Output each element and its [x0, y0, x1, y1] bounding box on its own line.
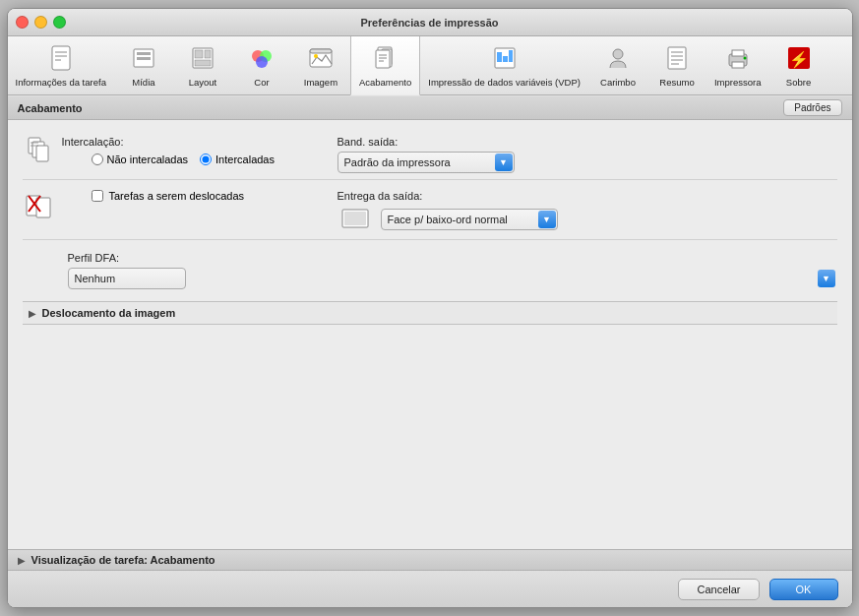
- svg-rect-10: [195, 60, 211, 66]
- section-title: Acabamento: [18, 102, 83, 114]
- svg-text:⚡: ⚡: [789, 50, 809, 69]
- maximize-button[interactable]: [53, 16, 66, 29]
- svg-rect-6: [137, 57, 151, 60]
- tab-printer-label: Impressora: [714, 77, 762, 88]
- tab-about-label: Sobre: [786, 77, 811, 88]
- radio-not-collated-label: Não intercaladas: [107, 154, 189, 165]
- svg-rect-5: [137, 52, 151, 55]
- tab-summary[interactable]: Resumo: [647, 36, 706, 94]
- output-delivery-select[interactable]: Face p/ baixo-ord normal: [381, 209, 558, 230]
- tab-finishing-icon: [372, 44, 399, 75]
- main-content: Intercalação: Não intercaladas Intercala…: [8, 120, 852, 570]
- offset-left: Tarefas a serem deslocadas: [23, 190, 298, 233]
- tab-layout-icon: [189, 44, 216, 75]
- svg-rect-35: [732, 62, 744, 68]
- dfa-profile-section: Perfil DFA: Nenhum ▼: [23, 244, 837, 297]
- offset-inner: Tarefas a serem deslocadas: [62, 190, 245, 202]
- tab-color[interactable]: Cor: [232, 36, 291, 94]
- svg-point-16: [314, 54, 318, 58]
- tab-printer[interactable]: Impressora: [706, 36, 769, 94]
- offset-label: Tarefas a serem deslocadas: [109, 190, 245, 202]
- band-output-select[interactable]: Padrão da impressora: [337, 152, 515, 173]
- tab-vdp-icon: [491, 44, 519, 75]
- tab-media[interactable]: Mídia: [114, 36, 173, 94]
- tab-summary-label: Resumo: [659, 77, 694, 88]
- dfa-profile-select[interactable]: Nenhum: [68, 268, 186, 289]
- output-delivery-right: Entrega da saída: Face p/ baixo-ord: [337, 190, 558, 233]
- band-output-label: Band. saída:: [337, 136, 515, 148]
- image-offset-section[interactable]: ▶ Deslocamento da imagem: [23, 301, 837, 325]
- svg-point-13: [256, 56, 268, 68]
- svg-rect-25: [503, 56, 508, 62]
- dfa-profile-arrow: ▼: [818, 270, 835, 287]
- svg-rect-15: [310, 49, 332, 53]
- svg-rect-34: [732, 50, 744, 56]
- title-bar: Preferências de impressão: [8, 9, 852, 36]
- tab-about[interactable]: ⚡ Sobre: [769, 36, 828, 94]
- offset-icon: [23, 190, 54, 221]
- tab-finishing[interactable]: Acabamento: [350, 36, 420, 95]
- toolbar: Informações da tarefa Mídia: [8, 36, 852, 95]
- svg-rect-0: [52, 46, 70, 70]
- band-output-right: Band. saída: Padrão da impressora ▼: [337, 136, 515, 173]
- band-output-select-wrapper: Padrão da impressora ▼: [337, 152, 515, 173]
- collation-row: Intercalação: Não intercaladas Intercala…: [23, 136, 298, 167]
- svg-rect-41: [36, 146, 48, 161]
- tab-stamp[interactable]: Carimbo: [588, 36, 647, 94]
- main-window: Preferências de impressão Informações da…: [7, 8, 853, 608]
- close-button[interactable]: [16, 16, 29, 29]
- tab-stamp-icon: [604, 44, 632, 75]
- content-area: Intercalação: Não intercaladas Intercala…: [8, 120, 852, 549]
- footer: Cancelar OK: [8, 570, 852, 607]
- svg-rect-49: [344, 212, 366, 225]
- collation-left: Intercalação: Não intercaladas Intercala…: [23, 136, 298, 173]
- offset-checkbox-row: Tarefas a serem deslocadas: [92, 190, 245, 202]
- tab-summary-icon: [663, 44, 691, 75]
- form-section-collation: Intercalação: Não intercaladas Intercala…: [23, 130, 837, 180]
- svg-rect-8: [195, 50, 203, 58]
- task-preview-label: Visualização de tarefa: Acabamento: [31, 554, 215, 566]
- svg-point-36: [743, 56, 746, 59]
- cancel-button[interactable]: Cancelar: [678, 579, 759, 600]
- radio-not-collated[interactable]: Não intercaladas: [92, 154, 189, 165]
- dfa-profile-label: Perfil DFA:: [68, 252, 837, 264]
- triangle-icon: ▶: [29, 308, 36, 319]
- tab-printer-icon: [724, 44, 752, 75]
- output-delivery-select-wrapper: Face p/ baixo-ord normal ▼: [381, 209, 558, 230]
- minimize-button[interactable]: [34, 16, 47, 29]
- tab-media-label: Mídia: [132, 77, 154, 88]
- form-section-offset: Tarefas a serem deslocadas Entrega da sa…: [23, 184, 837, 240]
- tab-image[interactable]: Imagem: [291, 36, 350, 94]
- tab-color-label: Cor: [254, 77, 269, 88]
- tab-layout-label: Layout: [189, 77, 217, 88]
- collation-inner: Intercalação: Não intercaladas Intercala…: [62, 136, 276, 165]
- dfa-profile-select-wrapper: Nenhum ▼: [68, 268, 837, 289]
- radio-collated-label: Intercaladas: [215, 154, 275, 165]
- svg-point-27: [613, 49, 623, 59]
- collation-radio-group: Não intercaladas Intercaladas: [92, 154, 276, 165]
- collation-label: Intercalação:: [62, 136, 276, 148]
- radio-collated[interactable]: Intercaladas: [200, 154, 275, 165]
- defaults-button[interactable]: Padrões: [783, 99, 841, 116]
- offset-row: Tarefas a serem deslocadas: [23, 190, 298, 221]
- output-delivery-container: Entrega da saída: Face p/ baixo-ord: [337, 190, 558, 233]
- tab-media-icon: [130, 44, 157, 75]
- tab-image-label: Imagem: [304, 77, 337, 88]
- ok-button[interactable]: OK: [769, 579, 838, 600]
- task-preview-bar[interactable]: ▶ Visualização de tarefa: Acabamento: [8, 549, 852, 570]
- radio-collated-input[interactable]: [200, 154, 212, 165]
- radio-not-collated-input[interactable]: [92, 154, 103, 165]
- tab-vdp-label: Impressão de dados variáveis (VDP): [428, 77, 581, 88]
- collation-icon: [23, 136, 54, 167]
- tab-info[interactable]: Informações da tarefa: [8, 36, 114, 94]
- output-delivery-label: Entrega da saída:: [337, 190, 558, 202]
- tab-layout[interactable]: Layout: [173, 36, 232, 94]
- svg-rect-28: [668, 47, 686, 69]
- tab-info-label: Informações da tarefa: [16, 77, 106, 88]
- svg-rect-24: [497, 52, 502, 62]
- tab-color-icon: [248, 44, 276, 75]
- svg-rect-26: [509, 50, 513, 62]
- tab-info-icon: [47, 44, 75, 75]
- tab-vdp[interactable]: Impressão de dados variáveis (VDP): [420, 36, 588, 94]
- offset-checkbox[interactable]: [92, 190, 103, 202]
